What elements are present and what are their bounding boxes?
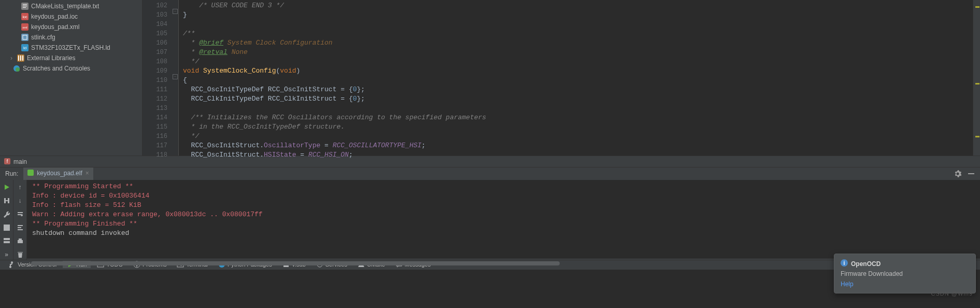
tree-item-label: stlink.cfg: [31, 34, 55, 41]
svg-rect-13: [18, 55, 19, 61]
notification-balloon[interactable]: i OpenOCD Firmware Downloaded Help: [834, 254, 976, 293]
svg-text:i: i: [844, 260, 845, 266]
stop-icon[interactable]: [2, 195, 12, 206]
console-line: ** Programming Started **: [32, 182, 975, 191]
file-icon: [21, 33, 29, 41]
svg-rect-20: [27, 170, 34, 176]
tree-file-item[interactable]: CMakeLists_template.txt: [0, 1, 142, 11]
rerun-icon[interactable]: [2, 182, 12, 192]
console-line: ** Programming Finished **: [32, 219, 975, 229]
up-icon[interactable]: ↑: [15, 182, 25, 192]
svg-rect-3: [23, 7, 26, 8]
file-icon: xml: [21, 23, 29, 31]
console-line: Info : flash size = 512 KiB: [32, 201, 975, 210]
horizontal-scrollbar[interactable]: [0, 260, 980, 260]
run-console-output[interactable]: ** Programming Started **Info : device i…: [27, 180, 980, 260]
svg-rect-24: [4, 241, 10, 243]
run-tool-window: Run: keydous_pad.elf × » ↑ ↓ ** Prog: [0, 167, 980, 258]
project-tree[interactable]: CMakeLists_template.txtiockeydous_pad.io…: [0, 0, 143, 156]
file-icon: [21, 2, 29, 10]
branch-icon: [8, 261, 16, 268]
wrench-icon[interactable]: [2, 209, 12, 219]
library-icon: [17, 54, 25, 62]
breadcrumb-label: main: [13, 158, 27, 165]
tree-file-item[interactable]: xmlkeydous_pad.xml: [0, 22, 142, 32]
tree-item-label: keydous_pad.xml: [31, 23, 79, 31]
svg-rect-2: [23, 6, 27, 6]
tree-file-item[interactable]: ldSTM32F103ZETx_FLASH.ld: [0, 43, 142, 53]
code-editor[interactable]: 1021031041051061071081091101111121131141…: [143, 0, 980, 156]
tree-file-item[interactable]: stlink.cfg: [0, 32, 142, 43]
file-icon: ld: [21, 44, 29, 52]
fold-column[interactable]: − −: [172, 0, 179, 156]
info-icon: i: [841, 259, 848, 268]
tree-scratches[interactable]: Scratches and Consoles: [0, 63, 142, 74]
balloon-help-link[interactable]: Help: [841, 281, 854, 288]
run-toolbar-secondary: ↑ ↓: [13, 180, 27, 260]
pause-icon[interactable]: [2, 222, 12, 233]
tree-file-item[interactable]: iockeydous_pad.ioc: [0, 11, 142, 22]
tree-item-label: External Libraries: [27, 54, 75, 62]
svg-text:xml: xml: [22, 26, 27, 29]
code-content[interactable]: /* USER CODE END 3 */}/** * @brief Syste…: [179, 0, 973, 156]
tree-external-libraries[interactable]: › External Libraries: [0, 53, 142, 63]
balloon-message: Firmware Downloaded: [841, 270, 969, 277]
fold-marker-icon[interactable]: −: [173, 74, 178, 79]
svg-rect-25: [18, 240, 23, 243]
scroll-to-end-icon[interactable]: [15, 222, 25, 233]
scratches-icon: [12, 64, 21, 73]
run-toolbar-primary: »: [0, 180, 13, 260]
expand-icon[interactable]: »: [2, 249, 12, 260]
watermark: CSDN @Win9: [931, 290, 973, 297]
svg-rect-1: [23, 4, 27, 5]
print-icon[interactable]: [15, 236, 25, 246]
svg-rect-15: [22, 55, 23, 61]
layout-icon[interactable]: [2, 236, 12, 246]
svg-text:ld: ld: [23, 46, 26, 50]
run-header: Run: keydous_pad.elf ×: [0, 167, 980, 180]
run-config-icon: [27, 170, 35, 177]
line-number-gutter: 1021031041051061071081091101111121131141…: [143, 0, 172, 156]
svg-point-17: [16, 67, 20, 72]
tree-item-label: Scratches and Consoles: [23, 65, 90, 72]
svg-rect-14: [20, 55, 21, 61]
fold-marker-icon[interactable]: −: [173, 9, 178, 14]
tree-item-label: CMakeLists_template.txt: [31, 3, 99, 10]
console-line: Warn : Adding extra erase range, 0x08001…: [32, 210, 975, 219]
console-line: shutdown command invoked: [32, 229, 975, 238]
svg-rect-22: [4, 225, 10, 231]
chevron-right-icon: ›: [10, 54, 16, 62]
svg-rect-26: [19, 239, 22, 240]
close-icon[interactable]: ×: [86, 170, 89, 177]
settings-icon[interactable]: [953, 169, 962, 178]
svg-text:ioc: ioc: [23, 15, 27, 19]
soft-wrap-icon[interactable]: [15, 209, 25, 219]
tree-item-label: keydous_pad.ioc: [31, 13, 78, 20]
svg-rect-8: [21, 34, 29, 41]
down-icon[interactable]: ↓: [15, 195, 25, 206]
function-icon: f: [4, 158, 11, 165]
balloon-title-text: OpenOCD: [851, 260, 880, 268]
tree-item-label: STM32F103ZETx_FLASH.ld: [31, 44, 110, 51]
run-label: Run:: [0, 170, 23, 177]
delete-icon[interactable]: [15, 249, 25, 260]
console-line: Info : device id = 0x10036414: [32, 191, 975, 201]
svg-rect-21: [968, 173, 974, 174]
svg-rect-23: [4, 238, 10, 240]
file-icon: ioc: [21, 12, 29, 21]
hide-icon[interactable]: [967, 169, 976, 178]
run-tab-label: keydous_pad.elf: [37, 170, 82, 177]
run-tab[interactable]: keydous_pad.elf ×: [23, 167, 93, 180]
